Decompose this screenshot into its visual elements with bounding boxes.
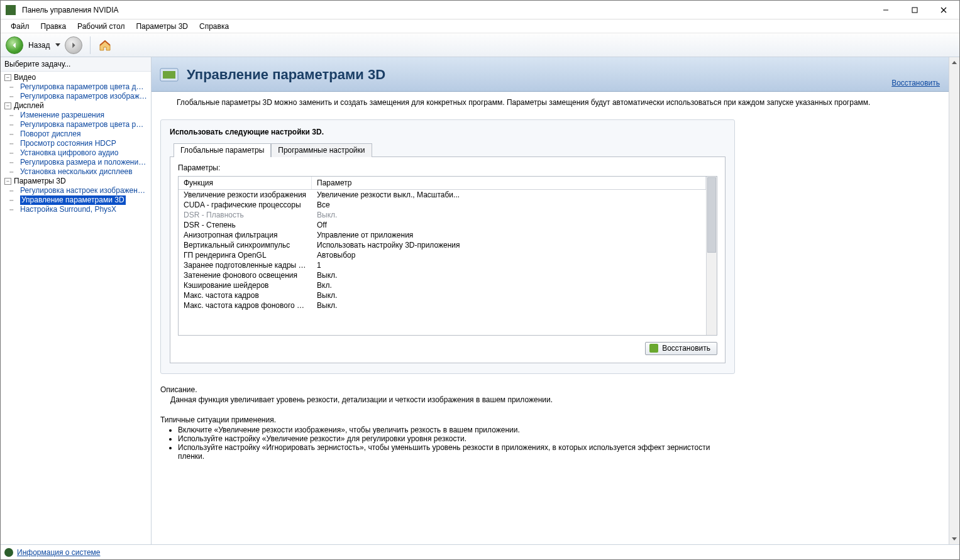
scrollbar-thumb[interactable] (707, 177, 716, 253)
col-function[interactable]: Функция (179, 177, 312, 189)
collapse-icon[interactable]: − (4, 74, 11, 81)
table-row[interactable]: Макс. частота кадровВыкл. (179, 290, 706, 300)
tree-item-selected[interactable]: Управление параметрами 3D (20, 195, 126, 205)
cell-parameter: Выкл. (312, 210, 706, 220)
table-row[interactable]: Макс. частота кадров фонового прило...Вы… (179, 300, 706, 310)
restore-button[interactable]: Восстановить (645, 342, 717, 355)
cell-parameter: Управление от приложения (312, 230, 706, 240)
table-row[interactable]: DSR - СтепеньOff (179, 220, 706, 230)
scroll-up-icon[interactable] (949, 57, 959, 68)
cell-function: Кэширование шейдеров (179, 280, 312, 290)
tree-item[interactable]: Просмотр состояния HDCP (20, 139, 116, 148)
forward-button[interactable] (65, 36, 82, 54)
usage-item: Включите «Увеличение резкости изображени… (178, 425, 735, 434)
svg-rect-5 (163, 71, 175, 79)
cell-function: CUDA - графические процессоры (179, 200, 312, 210)
cell-function: Увеличение резкости изображения (179, 190, 312, 200)
window: Панель управления NVIDIA Файл Правка Раб… (0, 0, 960, 560)
tab-program[interactable]: Программные настройки (271, 143, 372, 157)
cell-function: Анизотропная фильтрация (179, 230, 312, 240)
collapse-icon[interactable]: − (4, 102, 11, 109)
tree-item[interactable]: Регулировка параметров цвета для вид (20, 82, 147, 92)
sysinfo-icon (4, 548, 13, 557)
page-description: Глобальные параметры 3D можно заменить и… (152, 92, 949, 113)
page-icon (158, 63, 180, 86)
tree-item[interactable]: Регулировка параметров изображения д (20, 92, 147, 101)
scroll-down-icon[interactable] (949, 534, 959, 544)
menu-file[interactable]: Файл (6, 21, 35, 32)
tab-body: Параметры: Функция Параметр Увеличение р… (170, 156, 726, 363)
tree-group-display[interactable]: − Дисплей (2, 101, 150, 111)
tree-item[interactable]: Установка нескольких дисплеев (20, 167, 133, 177)
cell-function: Затенение фонового освещения (179, 270, 312, 280)
back-label[interactable]: Назад (28, 41, 50, 50)
toolbar: Назад (1, 33, 959, 57)
table-row[interactable]: Затенение фонового освещенияВыкл. (179, 270, 706, 280)
menubar: Файл Правка Рабочий стол Параметры 3D Сп… (1, 19, 959, 33)
nvidia-icon (649, 344, 658, 353)
tree-item[interactable]: Регулировка параметров цвета рабочег (20, 120, 147, 129)
tree-item[interactable]: Регулировка настроек изображения с пр (20, 186, 147, 195)
cell-function: Заранее подготовленные кадры вирту... (179, 260, 312, 270)
cell-function: Вертикальный синхроимпульс (179, 240, 312, 250)
tree-group-3d[interactable]: − Параметры 3D (2, 177, 150, 186)
table-row[interactable]: DSR - ПлавностьВыкл. (179, 210, 706, 220)
description-block: Описание. Данная функция увеличивает уро… (152, 380, 949, 407)
cell-parameter: Автовыбор (312, 250, 706, 260)
description-text: Данная функция увеличивает уровень резко… (160, 395, 924, 404)
menu-help[interactable]: Справка (194, 21, 234, 32)
restore-defaults-link[interactable]: Восстановить (891, 79, 940, 87)
back-dropdown[interactable] (55, 43, 61, 47)
back-button[interactable] (6, 36, 23, 54)
cell-parameter: Off (312, 220, 706, 230)
cell-function: DSR - Степень (179, 220, 312, 230)
app-icon (6, 5, 16, 15)
close-button[interactable] (929, 1, 958, 19)
minimize-button[interactable] (871, 1, 900, 19)
grid-scrollbar[interactable] (706, 177, 717, 335)
restore-button-label: Восстановить (662, 344, 710, 353)
page-title: Управление параметрами 3D (187, 67, 385, 83)
cell-function: Макс. частота кадров (179, 290, 312, 300)
home-icon[interactable] (98, 38, 112, 52)
collapse-icon[interactable]: − (4, 178, 11, 185)
col-parameter[interactable]: Параметр (312, 177, 706, 189)
maximize-button[interactable] (900, 1, 929, 19)
table-row[interactable]: ГП рендеринга OpenGLАвтовыбор (179, 250, 706, 260)
grid-header: Функция Параметр (179, 177, 706, 190)
titlebar: Панель управления NVIDIA (1, 1, 959, 19)
tree-item[interactable]: Настройка Surround, PhysX (20, 205, 116, 214)
tree-item[interactable]: Установка цифрового аудио (20, 148, 118, 158)
table-row[interactable]: Кэширование шейдеровВкл. (179, 280, 706, 290)
menu-desktop[interactable]: Рабочий стол (72, 21, 130, 32)
cell-parameter: Использовать настройку 3D-приложения (312, 240, 706, 250)
settings-grid[interactable]: Функция Параметр Увеличение резкости изо… (178, 176, 717, 336)
cell-parameter: Вкл. (312, 280, 706, 290)
sidebar: Выберите задачу... − Видео ⋯Регулировка … (1, 57, 152, 544)
table-row[interactable]: Вертикальный синхроимпульсИспользовать н… (179, 240, 706, 250)
tree-item[interactable]: Поворот дисплея (20, 129, 81, 139)
tree-group-video[interactable]: − Видео (2, 73, 150, 82)
cell-function: Макс. частота кадров фонового прило... (179, 300, 312, 310)
table-row[interactable]: Заранее подготовленные кадры вирту...1 (179, 260, 706, 270)
settings-title: Использовать следующие настройки 3D. (170, 128, 726, 136)
menu-3d[interactable]: Параметры 3D (131, 21, 193, 32)
table-row[interactable]: CUDA - графические процессорыВсе (179, 200, 706, 210)
sysinfo-link[interactable]: Информация о системе (17, 548, 100, 557)
statusbar: Информация о системе (1, 544, 959, 559)
menu-edit[interactable]: Правка (36, 21, 72, 32)
content-scrollbar[interactable] (949, 57, 959, 544)
table-row[interactable]: Увеличение резкости изображенияУвеличени… (179, 190, 706, 200)
cell-parameter: Выкл. (312, 300, 706, 310)
usage-item: Используйте настройку «Увеличение резкос… (178, 434, 735, 443)
tab-global[interactable]: Глобальные параметры (174, 143, 271, 157)
cell-parameter: Все (312, 200, 706, 210)
cell-function: DSR - Плавность (179, 210, 312, 220)
tree-item[interactable]: Регулировка размера и положения рабо (20, 158, 147, 167)
cell-function: ГП рендеринга OpenGL (179, 250, 312, 260)
usage-block: Типичные ситуации применения. Включите «… (152, 407, 949, 463)
params-label: Параметры: (178, 163, 717, 172)
table-row[interactable]: Анизотропная фильтрацияУправление от при… (179, 230, 706, 240)
tree-item[interactable]: Изменение разрешения (20, 111, 104, 120)
task-tree[interactable]: − Видео ⋯Регулировка параметров цвета дл… (1, 72, 151, 544)
